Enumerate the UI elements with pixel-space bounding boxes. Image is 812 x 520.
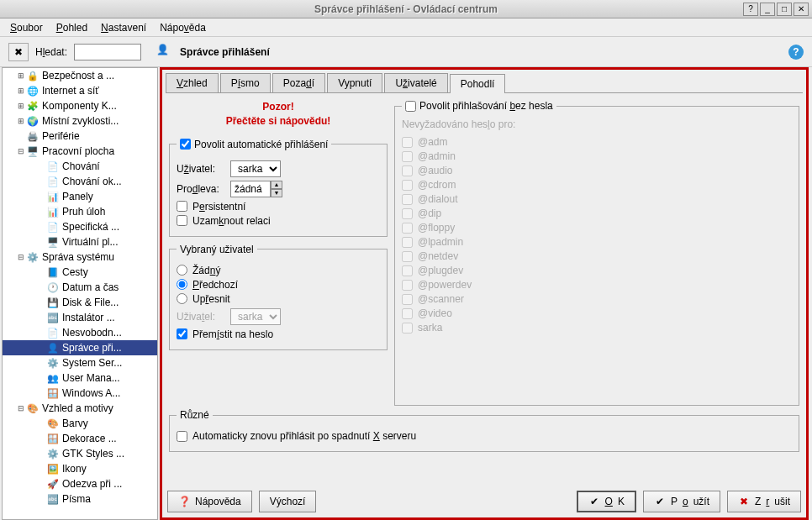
autorelogin-label: Automaticky znovu přihlásit po spadnutí … [192,430,416,442]
tree-item-icon: 🎨 [26,402,40,415]
tree-item[interactable]: 🕐Datum a čas [3,280,157,295]
autologin-enable-checkbox[interactable] [180,139,191,150]
window-title: Správce přihlášení - Ovládací centrum [314,3,498,15]
clear-search-button[interactable]: ✖ [8,43,29,61]
autorelogin-checkbox[interactable] [177,431,187,442]
lock-session-checkbox[interactable] [177,215,187,226]
tree-item[interactable]: 🎨Barvy [3,416,157,431]
close-button[interactable]: ✕ [794,3,809,16]
persistent-checkbox[interactable] [177,201,187,212]
tree-expander[interactable]: ⊞ [18,71,26,80]
nopass-item-label: @audio [418,165,453,176]
defaults-button[interactable]: Výchozí [259,491,317,512]
tree-item[interactable]: 🪟Dekorace ... [3,431,157,446]
preselect-legend: Vybraný uživatel [177,244,257,255]
tree-item[interactable]: ⊟⚙️Správa systému [3,249,157,265]
tree-item-icon: ⚙️ [46,356,60,370]
preselect-none-label: Žádný [192,265,220,276]
tree-item-icon: 🖥️ [46,235,60,249]
tree-expander[interactable]: ⊞ [18,87,26,95]
maximize-button[interactable]: □ [777,3,792,16]
tree-expander[interactable]: ⊞ [18,117,26,125]
ok-button[interactable]: ✔OK [577,491,636,512]
preselect-user-select: sarka [230,308,281,325]
help-button[interactable]: ❓Nápověda [167,491,252,512]
tree-item[interactable]: 🖨️Periférie [3,129,157,144]
tree-expander[interactable]: ⊟ [18,147,26,155]
tree-expander[interactable]: ⊟ [18,404,26,412]
tree-item[interactable]: 📊Panely [3,189,157,204]
tree-item[interactable]: ⊞🔒Bezpečnost a ... [3,68,157,83]
tree-item-label: Datum a čas [62,281,119,293]
tree-item[interactable]: 📄Chování [3,159,157,174]
tree-item[interactable]: 🪟Windows A... [3,386,157,401]
delay-down-button[interactable]: ▼ [271,189,282,197]
tree-item-label: Bezpečnost a ... [42,70,114,81]
tree-item-icon: 🕐 [46,281,60,294]
tree-item[interactable]: 🔤Písma [3,491,157,507]
tree-item[interactable]: 🖼️Ikony [3,461,157,476]
help-titlebar-button[interactable]: ? [743,3,758,16]
tree-expander[interactable]: ⊟ [18,253,26,261]
tree-item[interactable]: 📄Nesvobodn... [3,325,157,340]
nopass-item-checkbox [402,208,413,219]
tree-item[interactable]: 🖥️Virtuální pl... [3,234,157,249]
menu-file[interactable]: Soubor [5,20,48,35]
delay-up-button[interactable]: ▲ [271,181,282,189]
nopass-item-label: @lpadmin [418,236,463,248]
tab[interactable]: Uživatelé [384,73,447,92]
tree-item[interactable]: 🚀Odezva při ... [3,476,157,491]
nopass-enable-checkbox[interactable] [405,101,416,112]
tree-item[interactable]: ⚙️GTK Styles ... [3,446,157,461]
tab[interactable]: Pozadí [272,73,325,92]
tab[interactable]: Písmo [220,73,271,92]
tree-item-label: Správa systému [42,251,114,263]
tree-item[interactable]: ⊟🎨Vzhled a motivy [3,401,157,416]
menu-settings[interactable]: Nastavení [96,20,151,35]
nopass-item-checkbox [402,194,413,205]
tree-item[interactable]: 📊Pruh úloh [3,204,157,219]
tree-item[interactable]: 📄Specifická ... [3,219,157,234]
autologin-group: Povolit automatické přihlášení Uživatel:… [169,139,388,237]
minimize-button[interactable]: _ [760,3,775,16]
preselect-none-radio[interactable] [177,265,187,276]
tree-item-icon: ⚙️ [46,447,60,460]
nopass-item-label: @admin [418,150,456,162]
tree-expander[interactable]: ⊞ [18,102,26,110]
tree-item[interactable]: ⊞🌍Místní zvyklosti... [3,113,157,129]
preselect-specify-radio[interactable] [177,293,187,304]
context-help-button[interactable]: ? [788,45,804,60]
autologin-delay-input[interactable] [230,181,271,197]
apply-icon: ✔ [654,496,666,507]
tree-item[interactable]: 👤Správce při... [3,340,157,355]
menu-view[interactable]: Pohled [51,20,92,35]
tree-item[interactable]: ⊞🧩Komponenty K... [3,98,157,113]
tab[interactable]: Pohodlí [450,74,506,93]
tree-item[interactable]: ⊟🖥️Pracovní plocha [3,144,157,159]
autologin-user-select[interactable]: sarka [230,160,281,177]
tree-item-label: Cesty [62,266,88,278]
tree-item[interactable]: ⚙️System Ser... [3,355,157,370]
cancel-button[interactable]: ✖Zrušit [727,491,801,512]
tree-item[interactable]: 💾Disk & File... [3,295,157,310]
tree-item-icon: 🌍 [26,114,40,128]
apply-button[interactable]: ✔Použít [643,491,720,512]
tree-item[interactable]: 🔤Instalátor ... [3,310,157,325]
search-input[interactable] [74,44,141,60]
tree-item[interactable]: 📘Cesty [3,265,157,280]
menu-help[interactable]: Nápověda [155,20,211,35]
tree-item[interactable]: 👥User Mana... [3,370,157,386]
tree-item-label: Internet a síť [42,85,99,97]
tree-item-label: Specifická ... [62,221,119,233]
tree-item[interactable]: ⊞🌐Internet a síť [3,83,157,98]
check-icon: ✔ [588,496,600,507]
focus-password-checkbox[interactable] [177,328,187,339]
nopass-item-label: @netdev [418,250,458,262]
tree-item-icon: 🪟 [46,432,60,445]
titlebar: Správce přihlášení - Ovládací centrum ? … [0,0,812,18]
preselect-prev-radio[interactable] [177,279,187,290]
tab[interactable]: Vypnutí [327,73,382,92]
sidebar-tree[interactable]: ⊞🔒Bezpečnost a ...⊞🌐Internet a síť⊞🧩Komp… [2,67,158,520]
tree-item[interactable]: 📄Chování ok... [3,174,157,189]
tab[interactable]: Vzhled [166,73,219,92]
